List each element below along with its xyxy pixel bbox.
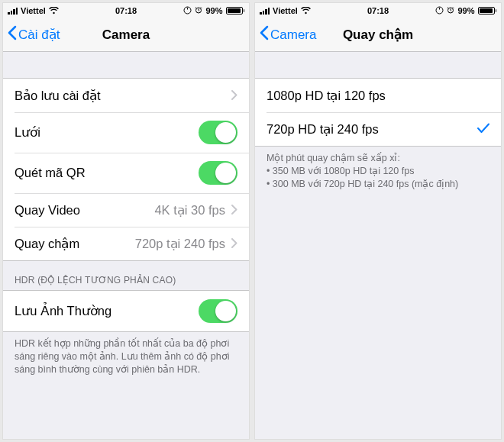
- status-bar: Viettel 07:18 99%: [255, 3, 501, 18]
- back-button[interactable]: Camera: [255, 25, 316, 44]
- back-chevron-icon: [260, 25, 269, 44]
- back-button[interactable]: Cài đặt: [3, 25, 60, 44]
- hdr-group: Lưu Ảnh Thường: [3, 290, 249, 332]
- back-label: Cài đặt: [18, 27, 60, 43]
- slomo-footer: Một phút quay chậm sẽ xấp xỉ: 350 MB với…: [255, 147, 501, 200]
- settings-content: Bảo lưu cài đặt Lưới Quét mã QR: [3, 52, 249, 439]
- row-scan-qr: Quét mã QR: [3, 153, 249, 193]
- battery-icon: [226, 7, 245, 15]
- wifi-icon: [49, 7, 59, 15]
- row-label: Lưới: [15, 125, 40, 140]
- row-record-video[interactable]: Quay Video 4K tại 30 fps: [3, 193, 249, 227]
- row-label: Quay chậm: [15, 237, 79, 251]
- row-slomo[interactable]: Quay chậm 720p tại 240 fps: [3, 227, 249, 260]
- back-chevron-icon: [8, 25, 17, 44]
- option-label: 720p HD tại 240 fps: [267, 122, 379, 137]
- option-720p-240fps[interactable]: 720p HD tại 240 fps: [255, 112, 501, 146]
- hdr-footer: HDR kết hợp những phần tốt nhất của ba đ…: [3, 332, 249, 386]
- signal-icon: [260, 7, 270, 15]
- rotation-lock-icon: [183, 6, 192, 16]
- camera-settings-group: Bảo lưu cài đặt Lưới Quét mã QR: [3, 78, 249, 261]
- footer-line: 350 MB với 1080p HD tại 120 fps: [267, 165, 489, 178]
- status-time: 07:18: [367, 6, 389, 15]
- option-1080p-120fps[interactable]: 1080p HD tại 120 fps: [255, 79, 501, 112]
- chevron-right-icon: [231, 203, 237, 218]
- alarm-icon: [195, 6, 202, 15]
- row-label: Lưu Ảnh Thường: [15, 304, 111, 318]
- slomo-options-group: 1080p HD tại 120 fps 720p HD tại 240 fps: [255, 78, 501, 147]
- page-title: Quay chậm: [343, 27, 413, 43]
- rotation-lock-icon: [435, 6, 444, 16]
- row-label: Bảo lưu cài đặt: [15, 89, 101, 103]
- footer-intro: Một phút quay chậm sẽ xấp xỉ:: [267, 152, 489, 165]
- option-label: 1080p HD tại 120 fps: [267, 89, 386, 103]
- phone-right: Viettel 07:18 99% Camera: [254, 2, 502, 440]
- nav-bar: Cài đặt Camera: [3, 18, 249, 52]
- carrier-label: Viettel: [273, 6, 298, 15]
- qr-toggle[interactable]: [199, 161, 237, 185]
- battery-icon: [478, 7, 497, 15]
- page-title: Camera: [102, 27, 150, 43]
- row-grid: Lưới: [3, 112, 249, 153]
- chevron-right-icon: [231, 237, 237, 251]
- checkmark-icon: [477, 122, 489, 137]
- status-time: 07:18: [115, 6, 137, 15]
- slomo-content: 1080p HD tại 120 fps 720p HD tại 240 fps…: [255, 52, 501, 439]
- hdr-section-header: HDR (ĐỘ LỆCH TƯƠNG PHẢN CAO): [3, 261, 249, 290]
- row-value: 4K tại 30 fps: [154, 203, 225, 218]
- carrier-label: Viettel: [21, 6, 46, 15]
- signal-icon: [8, 7, 18, 15]
- row-label: Quay Video: [15, 203, 80, 218]
- keep-normal-toggle[interactable]: [199, 299, 237, 323]
- row-value: 720p tại 240 fps: [135, 237, 225, 251]
- footer-line: 300 MB với 720p HD tại 240 fps (mặc định…: [267, 178, 489, 191]
- battery-percent: 99%: [457, 6, 474, 15]
- back-label: Camera: [270, 27, 316, 43]
- battery-percent: 99%: [205, 6, 222, 15]
- wifi-icon: [301, 7, 311, 15]
- row-label: Quét mã QR: [15, 166, 86, 180]
- nav-bar: Camera Quay chậm: [255, 18, 501, 52]
- alarm-icon: [447, 6, 454, 15]
- row-keep-normal-photo: Lưu Ảnh Thường: [3, 291, 249, 331]
- phone-left: Viettel 07:18 99% Cài đặt: [2, 2, 250, 440]
- status-bar: Viettel 07:18 99%: [3, 3, 249, 18]
- chevron-right-icon: [231, 89, 237, 103]
- grid-toggle[interactable]: [199, 121, 237, 144]
- row-preserve-settings[interactable]: Bảo lưu cài đặt: [3, 79, 249, 112]
